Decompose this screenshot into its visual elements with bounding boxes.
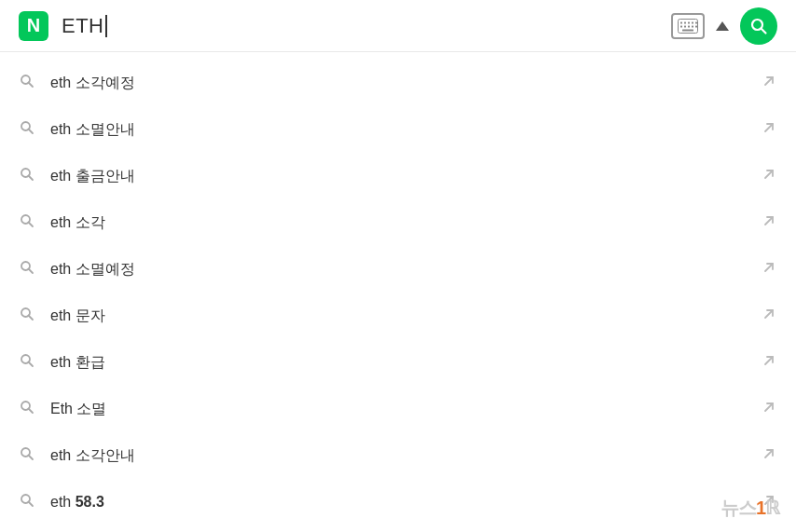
svg-line-18 (29, 130, 34, 134)
suggestion-item-10[interactable]: eth 58.3 (0, 479, 796, 525)
search-input-text[interactable]: ETH (62, 14, 104, 38)
svg-line-27 (29, 269, 34, 274)
naver-logo-letter: N (27, 15, 40, 36)
svg-line-24 (29, 223, 34, 227)
keyboard-icon[interactable] (671, 13, 705, 39)
suggestion-text-5: eth 소멸예정 (50, 260, 761, 280)
svg-line-13 (762, 28, 766, 33)
suggestion-text-9: eth 소각안내 (50, 446, 761, 466)
autocomplete-arrow-icon-9 (761, 445, 777, 466)
search-icon-small (19, 399, 50, 419)
svg-line-15 (29, 83, 34, 88)
autocomplete-arrow-icon-4 (761, 212, 777, 233)
suggestion-text-8: Eth 소멸 (50, 400, 761, 419)
text-cursor (105, 15, 107, 37)
autocomplete-arrow-icon-1 (761, 73, 777, 93)
suggestion-text-7: eth 환급 (50, 353, 761, 373)
svg-rect-11 (682, 29, 693, 31)
suggestion-item-1[interactable]: eth 소각예정 (0, 60, 796, 106)
caret-up-icon[interactable] (716, 21, 729, 31)
search-icon-small (19, 492, 50, 512)
svg-line-25 (765, 217, 773, 225)
search-icon-small (19, 306, 50, 326)
svg-line-19 (765, 124, 773, 131)
svg-line-16 (765, 77, 773, 85)
svg-rect-5 (695, 21, 697, 23)
suggestion-text-10: eth 58.3 (50, 494, 761, 511)
svg-line-43 (765, 497, 773, 504)
svg-rect-6 (680, 25, 682, 27)
search-icon-small (19, 73, 50, 93)
svg-rect-7 (684, 25, 686, 27)
suggestion-item-6[interactable]: eth 문자 (0, 293, 796, 339)
search-input-area[interactable]: ETH (62, 14, 671, 38)
suggestion-item-9[interactable]: eth 소각안내 (0, 432, 796, 479)
search-icon-small (19, 352, 50, 373)
autocomplete-arrow-icon-10 (761, 492, 777, 512)
naver-logo: N (19, 11, 48, 41)
search-icon-small (19, 119, 50, 140)
suggestion-item-8[interactable]: Eth 소멸 (0, 386, 796, 432)
svg-rect-3 (688, 21, 690, 23)
suggestion-text-2: eth 소멸안내 (50, 120, 761, 140)
suggestion-list: eth 소각예정 eth 소멸안내 eth 출금안내 eth 소각 eth 소멸… (0, 52, 796, 532)
suggestion-text-6: eth 문자 (50, 307, 761, 326)
suggestion-item-4[interactable]: eth 소각 (0, 199, 796, 246)
svg-line-28 (765, 264, 773, 271)
svg-line-33 (29, 362, 34, 367)
svg-line-42 (29, 502, 34, 507)
svg-rect-2 (684, 21, 686, 23)
search-icon-small (19, 212, 50, 233)
svg-line-22 (765, 171, 773, 178)
svg-line-37 (765, 403, 773, 411)
suggestion-text-1: eth 소각예정 (50, 74, 761, 93)
autocomplete-arrow-icon-2 (761, 119, 777, 140)
svg-rect-1 (680, 21, 682, 23)
svg-line-40 (765, 450, 773, 457)
svg-line-34 (765, 357, 773, 364)
svg-line-30 (29, 316, 34, 321)
svg-rect-8 (688, 25, 690, 27)
svg-line-36 (29, 409, 34, 414)
svg-rect-9 (692, 25, 693, 27)
svg-line-21 (29, 176, 34, 181)
autocomplete-arrow-icon-7 (761, 352, 777, 373)
search-button[interactable] (740, 7, 777, 45)
header-actions (671, 7, 777, 45)
svg-line-39 (29, 456, 34, 460)
suggestion-item-5[interactable]: eth 소멸예정 (0, 246, 796, 293)
search-icon-small (19, 259, 50, 280)
search-icon-small (19, 166, 50, 186)
svg-line-31 (765, 310, 773, 318)
autocomplete-arrow-icon-5 (761, 259, 777, 280)
autocomplete-arrow-icon-6 (761, 306, 777, 326)
svg-rect-4 (692, 21, 693, 23)
search-icon-small (19, 445, 50, 466)
suggestion-item-3[interactable]: eth 출금안내 (0, 153, 796, 199)
suggestion-item-7[interactable]: eth 환급 (0, 339, 796, 386)
suggestion-item-2[interactable]: eth 소멸안내 (0, 106, 796, 153)
svg-rect-10 (695, 25, 697, 27)
autocomplete-arrow-icon-8 (761, 399, 777, 419)
search-header: N ETH (0, 0, 796, 52)
suggestion-text-4: eth 소각 (50, 213, 761, 233)
suggestion-text-3: eth 출금안내 (50, 167, 761, 186)
autocomplete-arrow-icon-3 (761, 166, 777, 186)
